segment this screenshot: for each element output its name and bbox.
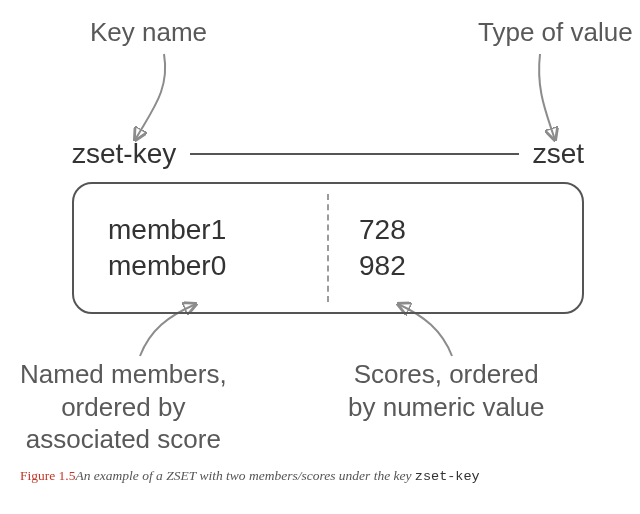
caption-text-pre: An example of a xyxy=(76,468,167,483)
caption-key: zset-key xyxy=(415,469,480,484)
zset-body: member1 member0 728 982 xyxy=(72,182,584,314)
column-divider xyxy=(327,194,329,302)
header-divider xyxy=(190,153,518,155)
scores-column: 728 982 xyxy=(331,184,582,312)
annotation-scores-ordered: Scores, ordered by numeric value xyxy=(348,358,545,423)
score-cell: 728 xyxy=(359,214,582,246)
figure-number: Figure 1.5 xyxy=(20,468,76,483)
annotation-named-members: Named members, ordered by associated sco… xyxy=(20,358,227,456)
caption-term: ZSET xyxy=(166,468,196,483)
arrow-type xyxy=(539,54,555,140)
caption-text-mid: with two members/scores under the key xyxy=(196,468,415,483)
member-cell: member0 xyxy=(108,250,331,282)
diagram-stage: Key name Type of value Named members, or… xyxy=(0,0,640,514)
arrow-key-name xyxy=(135,54,165,140)
figure-caption: Figure 1.5An example of a ZSET with two … xyxy=(20,468,480,484)
zset-type-label: zset xyxy=(533,138,584,170)
zset-header: zset-key zset xyxy=(72,138,584,170)
members-column: member1 member0 xyxy=(74,184,331,312)
zset-box: zset-key zset member1 member0 728 982 xyxy=(72,138,584,314)
score-cell: 982 xyxy=(359,250,582,282)
zset-key-label: zset-key xyxy=(72,138,176,170)
annotation-type-of-value: Type of value xyxy=(478,16,633,49)
annotation-key-name: Key name xyxy=(90,16,207,49)
member-cell: member1 xyxy=(108,214,331,246)
